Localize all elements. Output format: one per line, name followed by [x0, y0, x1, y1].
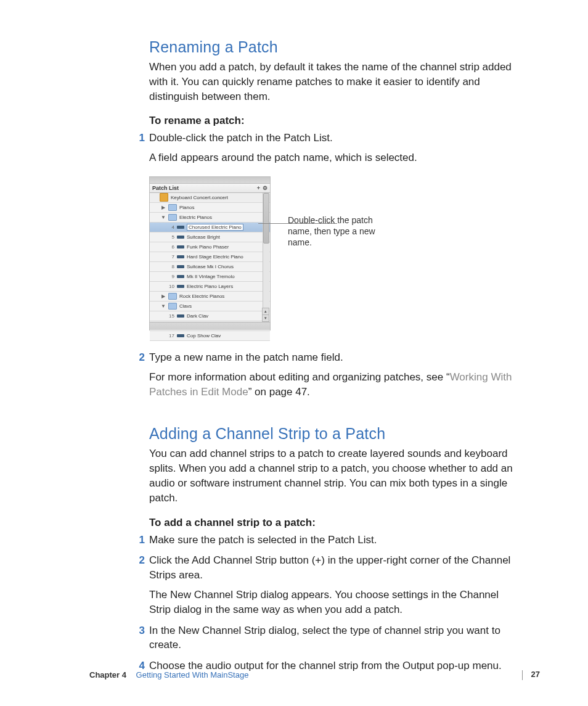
patch-name: Mk II Vintage Tremolo — [187, 274, 235, 279]
section1-intro: When you add a patch, by default it take… — [60, 60, 528, 104]
patch-name: Hard Stage Electric Piano — [187, 254, 243, 260]
step-1-1: 1 Double-click the patch in the Patch Li… — [60, 131, 528, 165]
patch-row[interactable]: 17 Cop Show Clav — [150, 331, 270, 341]
folder-name: Electric Pianos — [179, 215, 212, 220]
step-follow: For more information about editing and o… — [149, 370, 522, 400]
patch-index: 15 — [168, 313, 174, 319]
patch-index: 7 — [168, 254, 174, 260]
folder-icon — [168, 214, 177, 221]
step-2-3: 3 In the New Channel Strip dialog, selec… — [60, 623, 528, 653]
scrollbar[interactable] — [263, 193, 269, 321]
step-text: Make sure the patch is selected in the P… — [149, 533, 522, 548]
patch-name: Suitcase Bright — [187, 234, 220, 240]
window-chrome — [150, 177, 270, 184]
channel-strip-icon — [177, 255, 184, 258]
chapter-label: Chapter 4 — [89, 670, 126, 679]
step-text: Click the Add Channel Strip button (+) i… — [149, 553, 522, 583]
patch-name: Suitcase Mk I Chorus — [187, 264, 234, 269]
channel-strip-icon — [177, 265, 184, 268]
step-number: 1 — [134, 131, 145, 146]
section1-lead: To rename a patch: — [60, 115, 528, 127]
patch-name-edit-field[interactable]: Chorused Electric Piano — [187, 224, 243, 231]
patch-row[interactable]: 10 Electric Piano Layers — [150, 282, 270, 292]
disclosure-triangle-icon[interactable]: ▶ — [161, 205, 166, 210]
page-number: 27 — [531, 670, 540, 679]
folder-name: Pianos — [179, 205, 194, 210]
channel-strip-icon — [177, 236, 184, 239]
channel-strip-icon — [177, 245, 184, 248]
patch-row[interactable]: 6 Funk Piano Phaser — [150, 242, 270, 252]
action-menu-button[interactable]: ⚙ — [263, 185, 267, 191]
disclosure-triangle-icon[interactable]: ▶ — [161, 293, 166, 299]
concert-name: Keyboard Concert.concert — [171, 195, 228, 200]
step-text: Type a new name in the patch name field. — [149, 350, 522, 365]
step-number: 1 — [134, 533, 145, 548]
patch-index: 5 — [168, 234, 174, 240]
patch-name: Electric Piano Layers — [187, 284, 233, 289]
patch-row[interactable]: 9 Mk II Vintage Tremolo — [150, 272, 270, 282]
patch-row[interactable]: 7 Hard Stage Electric Piano — [150, 252, 270, 262]
patch-rows: Keyboard Concert.concert ▶ Pianos ▼ Elec… — [150, 193, 270, 341]
step-follow: A field appears around the patch name, w… — [149, 150, 522, 165]
figure-callout: Double-click the patch name, then type a… — [288, 215, 386, 248]
step-1-2: 2 Type a new name in the patch name fiel… — [60, 350, 528, 399]
section2-lead: To add a channel strip to a patch: — [60, 517, 528, 529]
page-footer: Chapter 4 Getting Started With MainStage… — [0, 670, 588, 680]
patch-name: Dark Clav — [187, 313, 208, 319]
channel-strip-icon — [177, 334, 184, 337]
concert-row[interactable]: Keyboard Concert.concert — [150, 193, 270, 203]
patch-name: Cop Show Clav — [187, 333, 221, 339]
channel-strip-icon — [177, 314, 184, 318]
patch-row[interactable]: 8 Suitcase Mk I Chorus — [150, 262, 270, 272]
folder-row[interactable]: ▼ Clavs — [150, 302, 270, 311]
patch-index: 10 — [168, 284, 174, 289]
channel-strip-icon — [177, 226, 184, 229]
patch-list-panel: Patch List + ⚙ Keyboard Concert.concert … — [149, 176, 271, 330]
panel-footer — [150, 322, 270, 330]
folder-row[interactable]: ▶ Pianos — [150, 203, 270, 213]
patch-row-selected[interactable]: 4 Chorused Electric Piano — [150, 223, 270, 232]
folder-row[interactable]: ▼ Electric Pianos — [150, 213, 270, 223]
step-text: Double-click the patch in the Patch List… — [149, 131, 522, 146]
patch-list-title: Patch List — [152, 185, 179, 191]
patch-row[interactable]: 15 Dark Clav — [150, 311, 270, 321]
folder-icon — [168, 303, 177, 310]
step-2-1: 1 Make sure the patch is selected in the… — [60, 533, 528, 548]
footer-separator — [522, 670, 523, 680]
patch-index: 6 — [168, 244, 174, 250]
folder-icon — [168, 293, 177, 300]
follow-prefix: For more information about editing and o… — [149, 371, 450, 383]
patch-name: Funk Piano Phaser — [187, 244, 229, 250]
folder-name: Clavs — [179, 303, 192, 309]
scroll-down-button[interactable]: ▾ — [262, 314, 269, 322]
patch-index: 4 — [168, 224, 174, 230]
section-heading-adding: Adding a Channel Strip to a Patch — [60, 425, 528, 443]
concert-icon — [160, 193, 168, 202]
patch-index: 17 — [168, 333, 174, 339]
patch-index: 8 — [168, 264, 174, 269]
step-number: 3 — [134, 623, 145, 638]
folder-icon — [168, 204, 177, 211]
patch-index: 9 — [168, 274, 174, 279]
disclosure-triangle-icon[interactable]: ▼ — [161, 303, 166, 309]
step-2-2: 2 Click the Add Channel Strip button (+)… — [60, 553, 528, 617]
figure-patch-list: Patch List + ⚙ Keyboard Concert.concert … — [60, 176, 528, 337]
patch-row[interactable]: 5 Suitcase Bright — [150, 232, 270, 242]
section-heading-renaming: Renaming a Patch — [60, 38, 528, 56]
channel-strip-icon — [177, 285, 184, 288]
follow-suffix: ” on page 47. — [248, 386, 310, 398]
step-number: 2 — [134, 553, 145, 568]
disclosure-triangle-icon[interactable]: ▼ — [161, 215, 166, 220]
chapter-title: Getting Started With MainStage — [136, 670, 249, 679]
section2-intro: You can add channel strips to a patch to… — [60, 446, 528, 505]
step-number: 2 — [134, 350, 145, 365]
step-follow: The New Channel Strip dialog appears. Yo… — [149, 588, 522, 617]
folder-name: Rock Electric Pianos — [179, 293, 224, 299]
patch-list-header: Patch List + ⚙ — [150, 184, 270, 193]
add-patch-button[interactable]: + — [257, 185, 260, 191]
scrollbar-thumb[interactable] — [263, 193, 269, 244]
channel-strip-icon — [177, 275, 184, 278]
step-text: In the New Channel Strip dialog, select … — [149, 623, 522, 653]
folder-row[interactable]: ▶ Rock Electric Pianos — [150, 292, 270, 302]
